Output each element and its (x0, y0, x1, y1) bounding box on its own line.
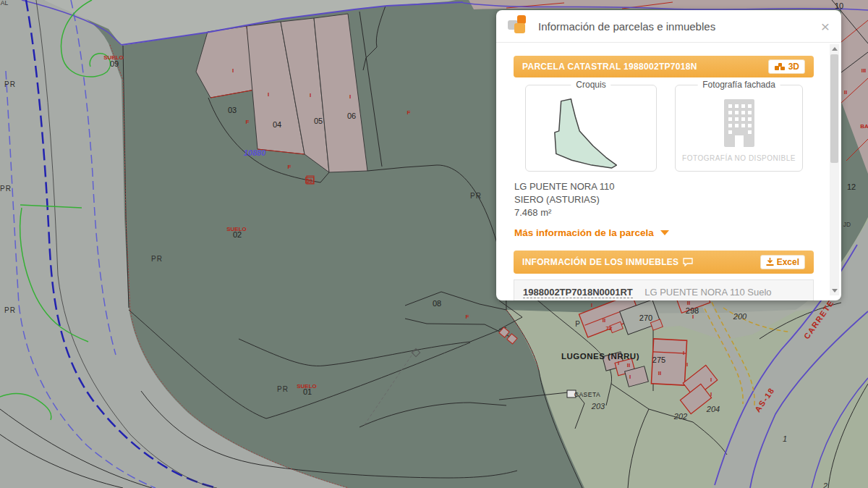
parcel-banner-title: PARCELA CATASTRAL 1988002TP7018N (522, 62, 768, 72)
photo-unavailable-text: FOTOGRAFÍA NO DISPONIBLE (676, 154, 802, 162)
parcel-info-popup: Información de parcelas e inmuebles × PA… (496, 10, 841, 300)
address-line2: SIERO (ASTURIAS) (514, 193, 814, 206)
property-reference-link[interactable]: 1988002TP7018N0001RT (523, 287, 633, 298)
property-row: 1988002TP7018N0001RT LG PUENTE NORA 110 … (514, 279, 814, 300)
catastro-logo-icon (508, 15, 529, 37)
excel-button-label: Excel (777, 257, 799, 267)
chevron-down-icon (660, 230, 669, 235)
building-icon (714, 96, 765, 150)
excel-export-button[interactable]: Excel (760, 255, 805, 269)
more-info-link[interactable]: Más información de la parcela (514, 227, 814, 238)
scrollbar-thumb[interactable] (830, 54, 838, 163)
photo-legend: Fotografía fachada (697, 80, 780, 90)
view-3d-button[interactable]: 3D (768, 59, 805, 74)
view-3d-label: 3D (788, 62, 799, 72)
facade-photo-box: Fotografía fachada FOTOGRAFÍA NO DISPON (675, 85, 803, 172)
caseta-building (567, 390, 576, 397)
map-viewport[interactable]: ALPRPRPRPRPRPRSUELO0903040506SUELO02SUEL… (0, 0, 868, 488)
popup-scrollbar[interactable] (830, 44, 839, 295)
inmuebles-banner: INFORMACIÓN DE LOS INMUEBLES Excel (514, 251, 814, 274)
speech-bubble-icon (683, 258, 693, 266)
scroll-up-arrow[interactable] (830, 44, 839, 54)
popup-title: Información de parcelas e inmuebles (538, 20, 821, 33)
inmuebles-banner-title: INFORMACIÓN DE LOS INMUEBLES (522, 257, 678, 267)
parcel-area: 7.468 m² (514, 206, 814, 219)
parcel-address: LG PUENTE NORA 110 SIERO (ASTURIAS) 7.46… (514, 180, 814, 220)
croquis-legend: Croquis (571, 80, 610, 90)
parcel-banner: PARCELA CATASTRAL 1988002TP7018N 3D (514, 56, 814, 77)
close-icon[interactable]: × (821, 19, 830, 34)
parcel-sketch (526, 85, 655, 169)
cubes-3d-icon (774, 62, 786, 71)
address-line1: LG PUENTE NORA 110 (514, 180, 814, 193)
scroll-down-arrow[interactable] (830, 286, 839, 295)
croquis-box: Croquis (525, 85, 657, 172)
popup-titlebar: Información de parcelas e inmuebles × (496, 10, 841, 43)
download-icon (766, 258, 774, 266)
more-info-label: Más información de la parcela (514, 227, 654, 238)
popup-body: PARCELA CATASTRAL 1988002TP7018N 3D Croq… (496, 43, 841, 300)
property-address: LG PUENTE NORA 110 Suelo (644, 287, 771, 298)
